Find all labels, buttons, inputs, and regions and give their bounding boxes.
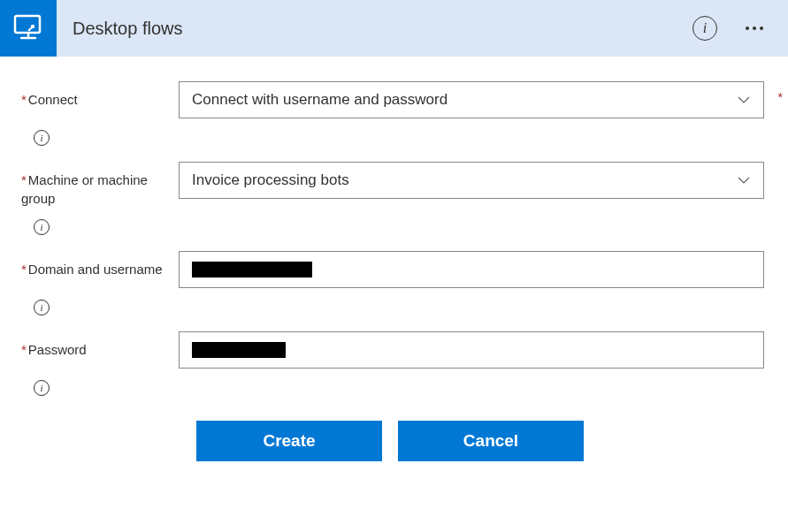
required-star: * [21,172,27,187]
domain-redacted-value [192,262,312,277]
button-row: Create Cancel [196,421,770,461]
domain-info-icon[interactable] [34,300,50,315]
machine-select-value: Invoice processing bots [192,171,349,189]
svg-point-4 [28,29,30,31]
required-star: * [21,262,27,277]
info-icon[interactable] [692,16,717,41]
connect-row: *Connect Connect with username and passw… [21,81,770,118]
app-icon-box [0,0,57,57]
machine-info-icon[interactable] [34,219,50,235]
cancel-button[interactable]: Cancel [398,421,584,461]
connect-select[interactable]: Connect with username and password [179,81,764,118]
domain-row: *Domain and username [21,251,770,288]
required-star-trailing: * [778,90,783,104]
machine-label: *Machine or machine group [21,162,179,208]
header-actions [692,16,767,41]
password-label: *Password [21,331,179,359]
chevron-down-icon [737,173,751,187]
card-header: Desktop flows [0,0,788,57]
machine-row: *Machine or machine group Invoice proces… [21,162,770,208]
domain-username-input[interactable] [179,251,764,288]
form-area: *Connect Connect with username and passw… [0,57,788,461]
domain-label-text: Domain and username [28,262,163,277]
password-info-icon[interactable] [34,380,50,396]
svg-rect-0 [15,16,40,33]
connect-info-icon[interactable] [34,130,50,146]
password-redacted-value [192,342,286,358]
more-menu-button[interactable] [742,19,767,37]
machine-label-text: Machine or machine group [21,172,148,206]
password-label-text: Password [28,342,87,357]
password-input[interactable] [179,331,764,369]
machine-select[interactable]: Invoice processing bots [179,162,764,199]
required-star: * [21,92,27,107]
desktop-flows-icon [11,11,45,45]
create-button[interactable]: Create [196,421,382,461]
connect-select-value: Connect with username and password [192,91,448,109]
chevron-down-icon [737,93,751,107]
connect-label-text: Connect [28,92,78,107]
domain-label: *Domain and username [21,251,179,278]
connect-label: *Connect [21,81,179,109]
header-title: Desktop flows [73,19,183,39]
required-star: * [21,342,27,357]
password-row: *Password [21,331,770,369]
